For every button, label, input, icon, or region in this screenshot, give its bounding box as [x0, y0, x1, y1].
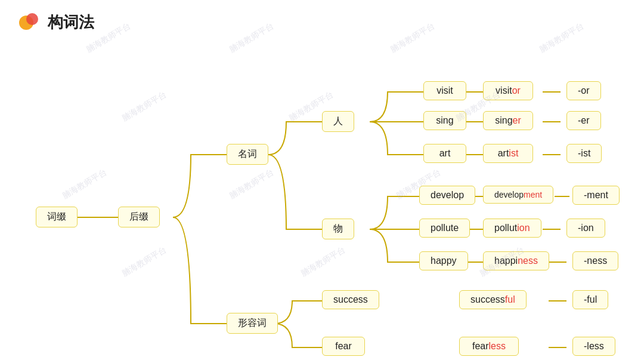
node-er: -er	[566, 111, 601, 130]
node-wu: 物	[322, 219, 354, 239]
node-mingci: 名词	[227, 144, 268, 165]
svg-point-1	[26, 13, 38, 25]
node-artist: artist	[483, 144, 533, 163]
node-ion: -ion	[566, 219, 605, 238]
node-visitor: visitor	[483, 81, 533, 100]
node-ness: -ness	[572, 251, 618, 270]
main-diagram: 词缀 后缀 名词 形容词 人 物 visit sing	[0, 42, 644, 363]
node-singer: singer	[483, 111, 533, 130]
node-sing: sing	[423, 111, 466, 130]
node-or: -or	[566, 81, 601, 100]
node-cidui: 词缀	[36, 207, 78, 227]
node-ment: -ment	[572, 186, 620, 205]
node-happy: happy	[419, 251, 468, 270]
page-title: 构词法	[48, 12, 94, 33]
node-fearless: fearless	[459, 337, 519, 356]
node-art: art	[423, 144, 466, 163]
diagram-container: 词缀 后缀 名词 形容词 人 物 visit sing	[6, 44, 638, 361]
logo-icon	[18, 11, 41, 33]
node-less: -less	[572, 337, 615, 356]
node-successful: successful	[459, 290, 527, 309]
node-houzhui: 后缀	[118, 207, 160, 227]
node-happiness: happiness	[483, 251, 549, 270]
node-fear: fear	[322, 337, 365, 356]
node-ist: -ist	[566, 144, 602, 163]
node-ren: 人	[322, 111, 354, 132]
node-development: development	[483, 186, 553, 204]
node-pollute: pollute	[419, 219, 470, 238]
node-develop: develop	[419, 186, 475, 205]
node-xingrongci: 形容词	[227, 313, 278, 334]
node-ful: -ful	[572, 290, 608, 309]
node-success: success	[322, 290, 379, 309]
node-pollution: pollution	[483, 219, 541, 238]
node-visit: visit	[423, 81, 466, 100]
header: 构词法	[0, 0, 644, 39]
